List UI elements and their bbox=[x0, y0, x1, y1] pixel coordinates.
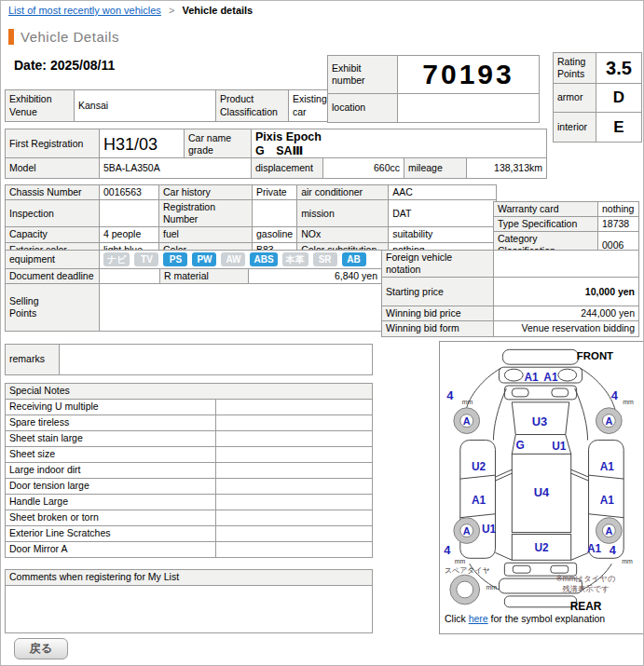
right-seam-diagonals bbox=[571, 469, 589, 481]
panel-right-front-door: A1 bbox=[600, 460, 615, 473]
panel-windshield: U3 bbox=[532, 415, 547, 428]
special-note-value bbox=[216, 495, 373, 510]
special-note-item: Handle Large bbox=[6, 495, 216, 510]
cowl-strip-shape bbox=[504, 386, 576, 400]
date-label: Date: 2025/08/11 bbox=[14, 58, 115, 73]
mileage-label: mileage bbox=[404, 158, 467, 179]
capacity-label: Capacity bbox=[6, 227, 100, 242]
front-label: FRONT bbox=[577, 350, 613, 361]
exhibition-venue-label: Exhibition Venue bbox=[6, 90, 75, 122]
special-note-item: Sheet size bbox=[6, 447, 216, 463]
rear-mm-unit: mm bbox=[486, 584, 498, 591]
exhibit-number-value: 70193 bbox=[398, 56, 540, 94]
interior-label: interior bbox=[554, 113, 596, 143]
badge-tv: TV bbox=[134, 252, 158, 266]
wheel-rear-right-grade: A bbox=[605, 525, 612, 537]
mileage-value: 138,313km bbox=[467, 158, 547, 179]
tread-front-right: 4 bbox=[611, 388, 619, 402]
comments-title: Comments when registering for My List bbox=[6, 570, 373, 586]
symbol-explanation-link[interactable]: here bbox=[469, 613, 488, 624]
car-name-grade-label: Car name grade bbox=[185, 129, 252, 160]
air-conditioner-label: air conditioner bbox=[297, 185, 389, 200]
displacement-label: displacement bbox=[252, 158, 323, 179]
special-note-value bbox=[216, 431, 373, 447]
breadcrumb-current: Vehicle details bbox=[182, 5, 253, 16]
back-button[interactable]: 戻る bbox=[14, 638, 68, 659]
headlight-right-shape bbox=[558, 369, 577, 381]
panel-left-front-door: U2 bbox=[472, 460, 486, 473]
breadcrumb-link-won-vehicles[interactable]: List of most recently won vehicles bbox=[8, 5, 161, 16]
panel-cowl-left: G bbox=[516, 439, 525, 452]
rating-table: Rating Points 3.5 armor D interior E bbox=[553, 52, 642, 143]
special-notes-table: Special Notes Receiving U multiple Spare… bbox=[5, 383, 373, 558]
panel-left-rear-quarter: U1 bbox=[482, 523, 497, 536]
breadcrumb-separator: > bbox=[169, 5, 174, 16]
winning-bid-price-label: Winning bid price bbox=[382, 306, 494, 321]
a-pillar-right-line bbox=[566, 435, 571, 455]
click-prefix: Click bbox=[445, 613, 466, 624]
price-table: Foreign vehicle notation Starting price … bbox=[381, 250, 639, 337]
special-note-item: Door tension large bbox=[6, 479, 216, 495]
special-note-value bbox=[216, 526, 373, 542]
remarks-value bbox=[60, 345, 373, 375]
badge-sr: SR bbox=[313, 252, 337, 266]
remarks-table: remarks bbox=[5, 344, 373, 375]
page-title: Vehicle Details bbox=[21, 29, 119, 45]
exhibit-table: Exhibit number 70193 location bbox=[327, 55, 540, 123]
mission-value: DAT bbox=[389, 200, 497, 227]
wheel-front-right-grade: A bbox=[605, 415, 612, 427]
headlight-left-shape bbox=[504, 369, 523, 381]
special-note-item: Receiving U multiple bbox=[6, 400, 216, 415]
registration-number-value bbox=[253, 200, 297, 227]
equipment-label: equipment bbox=[6, 251, 100, 269]
badge-navi: ナビ bbox=[103, 252, 130, 266]
venue-table: Exhibition Venue Kansai Product Classifi… bbox=[5, 89, 332, 122]
r-material-label: R material bbox=[160, 269, 249, 284]
vehicle-details-page: List of most recently won vehicles > Veh… bbox=[0, 0, 644, 666]
car-name-line1: Pixis Epoch bbox=[255, 130, 542, 144]
badge-ps: PS bbox=[163, 252, 187, 266]
comments-table: Comments when registering for My List bbox=[5, 569, 373, 633]
badge-leather: 本革 bbox=[282, 252, 308, 266]
panel-roof: U4 bbox=[534, 485, 550, 499]
tread-unit-rl: mm bbox=[455, 558, 466, 564]
special-note-item: Large indoor dirt bbox=[6, 463, 216, 479]
foreign-vehicle-notation-value bbox=[494, 251, 639, 278]
badge-ab: AB bbox=[342, 252, 366, 266]
tread-unit-fr: mm bbox=[623, 399, 634, 405]
special-note-value bbox=[216, 447, 373, 463]
panel-hood-left: A1 bbox=[525, 371, 540, 384]
equipment-badges: ナビTVPSPWAWABS本革SRAB bbox=[100, 251, 382, 269]
model-label: Model bbox=[6, 158, 100, 179]
left-quarter-seam bbox=[460, 514, 496, 518]
tread-rear-right: 4 bbox=[610, 543, 617, 557]
foreign-vehicle-notation-label: Foreign vehicle notation bbox=[382, 251, 494, 278]
warranty-card-value: nothing bbox=[598, 202, 639, 217]
special-note-item: Exterior Line Scratches bbox=[6, 526, 216, 542]
tread-unit-rr: mm bbox=[622, 558, 633, 564]
special-note-item: Spare tireless bbox=[6, 415, 216, 431]
model-table: Model 5BA-LA350A displacement 660cc mile… bbox=[5, 157, 547, 179]
wheel-rear-left-grade: A bbox=[463, 525, 471, 537]
first-registration-label: First Registration bbox=[6, 129, 100, 160]
car-name-grade-value: Pixis Epoch G SAⅢ bbox=[252, 129, 547, 160]
car-history-label: Car history bbox=[159, 185, 253, 200]
rear-label: REAR bbox=[570, 600, 602, 613]
rating-points-label: Rating Points bbox=[554, 53, 596, 84]
mission-label: mission bbox=[297, 200, 389, 227]
document-deadline-value bbox=[100, 269, 160, 284]
location-value bbox=[398, 93, 540, 122]
left-door-seam bbox=[460, 475, 496, 479]
nox-value: suitability bbox=[389, 227, 497, 242]
tread-rear-left: 4 bbox=[444, 543, 451, 557]
panel-hood-right: A1 bbox=[543, 371, 558, 384]
type-specification-value: 18738 bbox=[598, 217, 639, 232]
spare-tire-label: スペアタイヤ bbox=[445, 566, 490, 575]
tread-front-left: 4 bbox=[446, 388, 454, 402]
warranty-card-label: Warranty card bbox=[494, 202, 598, 217]
exhibit-number-label: Exhibit number bbox=[328, 56, 398, 94]
special-note-item: Sheet stain large bbox=[6, 431, 216, 447]
rear-plate-shape bbox=[504, 596, 576, 607]
special-note-value bbox=[216, 542, 373, 558]
special-note-value bbox=[216, 479, 373, 495]
